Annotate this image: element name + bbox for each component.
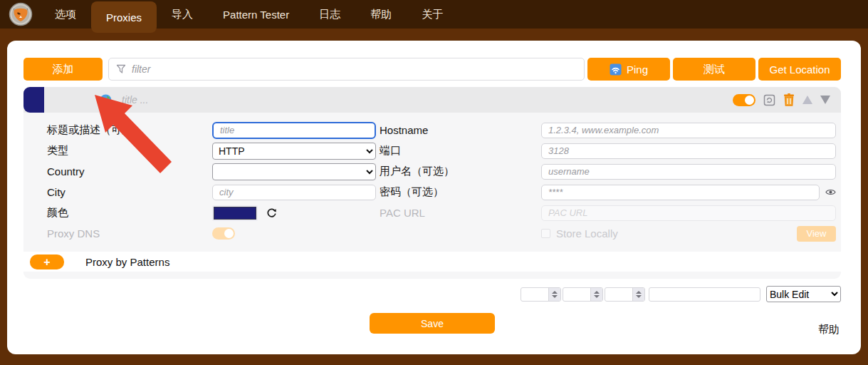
tab-pattern-tester[interactable]: Pattern Tester: [208, 0, 304, 29]
save-row: Save: [23, 313, 841, 334]
city-input[interactable]: [212, 185, 376, 200]
ping-button[interactable]: Ping: [587, 58, 670, 81]
show-password-icon[interactable]: [825, 188, 836, 196]
proxy-by-patterns-bar: + Proxy by Patterns: [23, 252, 841, 272]
city-label: City: [47, 186, 212, 198]
proxy-header-controls: [733, 93, 830, 106]
proxy-form: 标题或描述（可选） Hostname 类型 HTTP 端口 Country 用户…: [23, 113, 841, 244]
tab-options[interactable]: 选项: [40, 0, 91, 29]
tab-log[interactable]: 日志: [304, 0, 355, 29]
ping-label: Ping: [627, 63, 648, 76]
test-button[interactable]: 测试: [673, 58, 755, 81]
filter-funnel-icon: [116, 64, 126, 74]
port-label: 端口: [380, 144, 541, 158]
pac-url-input[interactable]: [541, 205, 836, 221]
proxy-dns-label: Proxy DNS: [47, 227, 212, 240]
title-input[interactable]: [212, 122, 376, 139]
bulk-edit-row: Bulk Edit: [23, 286, 841, 302]
main-panel: 添加 Ping 测试 Get Location: [7, 41, 861, 354]
title-label: 标题或描述（可选）: [47, 123, 212, 137]
color-picker[interactable]: [212, 205, 258, 221]
proxy-dns-toggle[interactable]: [212, 227, 235, 240]
help-link[interactable]: 帮助: [818, 323, 840, 336]
add-proxy-button[interactable]: 添加: [23, 58, 103, 81]
delete-icon[interactable]: [783, 93, 795, 106]
tab-import[interactable]: 导入: [157, 0, 208, 29]
duplicate-icon[interactable]: [763, 94, 775, 106]
proxy-by-patterns-title: Proxy by Patterns: [85, 256, 169, 268]
spinner-icon[interactable]: [632, 288, 644, 301]
globe-icon: [100, 94, 112, 106]
toolbar: 添加 Ping 测试 Get Location: [23, 58, 841, 81]
country-select[interactable]: [212, 163, 376, 180]
hostname-label: Hostname: [380, 124, 541, 136]
type-select[interactable]: HTTP: [212, 143, 376, 160]
proxy-title-text: title ...: [122, 94, 148, 106]
get-location-button[interactable]: Get Location: [758, 58, 841, 81]
foxyproxy-logo-icon: [9, 2, 33, 26]
view-pac-button[interactable]: View: [797, 226, 836, 242]
proxy-header: title ...: [23, 87, 841, 113]
password-label: 密码（可选）: [380, 185, 541, 199]
spinner-icon[interactable]: [590, 288, 602, 301]
nav-tabs: 选项 Proxies 导入 Pattern Tester 日志 帮助 关于: [40, 0, 458, 33]
number-stepper-1[interactable]: [521, 287, 561, 302]
bulk-text-input[interactable]: [649, 287, 760, 302]
tab-help[interactable]: 帮助: [355, 0, 407, 29]
wifi-icon: [610, 63, 622, 76]
filter-field: [108, 58, 585, 81]
proxy-section: title ...: [23, 87, 841, 279]
username-input[interactable]: [541, 164, 836, 180]
password-input[interactable]: [541, 185, 820, 200]
username-label: 用户名（可选）: [380, 165, 541, 178]
move-down-icon[interactable]: [820, 96, 830, 104]
reset-color-icon[interactable]: [266, 207, 277, 218]
number-stepper-2[interactable]: [563, 287, 603, 302]
navbar: 选项 Proxies 导入 Pattern Tester 日志 帮助 关于: [0, 0, 868, 29]
hostname-input[interactable]: [541, 123, 836, 138]
pac-url-label: PAC URL: [380, 207, 541, 219]
color-label: 颜色: [47, 206, 212, 220]
type-label: 类型: [47, 144, 212, 158]
bulk-edit-select[interactable]: Bulk Edit: [766, 286, 841, 302]
tab-about[interactable]: 关于: [407, 0, 458, 29]
add-pattern-button[interactable]: +: [30, 255, 64, 269]
spinner-icon[interactable]: [548, 288, 560, 301]
move-up-icon[interactable]: [802, 96, 812, 104]
number-stepper-3[interactable]: [605, 287, 645, 302]
filter-input[interactable]: [132, 63, 577, 75]
tab-proxies[interactable]: Proxies: [91, 1, 157, 33]
proxy-enabled-toggle[interactable]: [733, 94, 755, 106]
country-label: Country: [47, 165, 212, 178]
proxy-color-tab[interactable]: [23, 87, 44, 113]
save-button[interactable]: Save: [370, 313, 495, 334]
store-locally-label: Store Locally: [556, 227, 618, 240]
port-input[interactable]: [541, 143, 836, 159]
store-locally-checkbox[interactable]: [541, 229, 550, 238]
